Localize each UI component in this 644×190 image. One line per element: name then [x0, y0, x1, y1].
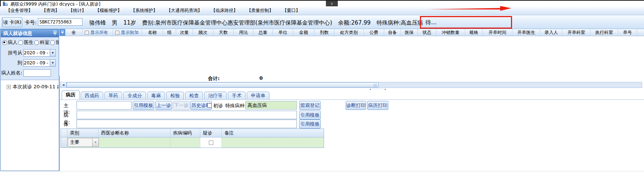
category-dropdown[interactable]: 主要 ∨: [68, 138, 99, 147]
order-column-header[interactable]: 医保: [401, 29, 418, 36]
radio-doctor[interactable]: 医生: [18, 39, 33, 46]
tab-全成分[interactable]: 全成分: [123, 92, 146, 99]
reg-from-dropdown-icon[interactable]: ▼: [50, 49, 56, 57]
tree-item-current-visit[interactable]: + 本次就诊 20-09-11 内: [1, 83, 59, 90]
order-column-header[interactable]: 处方类别: [334, 29, 364, 36]
suspected-checkbox[interactable]: [209, 140, 213, 145]
order-column-header[interactable]: 冲销数量: [436, 29, 465, 36]
row-selector[interactable]: [61, 137, 67, 148]
horizontal-scrollbar[interactable]: ◀: [60, 82, 642, 88]
order-column-header[interactable]: 单位: [273, 29, 293, 36]
application-window: 易联众(9999 内科门诊) dcyycs - [病人就诊] ∨ 【业务管理】【…: [0, 0, 644, 190]
scrollbar-thumb[interactable]: [67, 82, 379, 88]
cite-template-button[interactable]: 引用模板: [133, 101, 154, 110]
status-highlight-box: 待…: [420, 16, 512, 29]
read-card-button[interactable]: 读 卡(R): [2, 17, 22, 27]
tab-草药[interactable]: 草药: [104, 92, 122, 99]
menu-item[interactable]: 【系统维护】: [131, 7, 158, 14]
tab-手术[interactable]: 手术: [228, 92, 246, 99]
patient-name-label: 病人姓名:: [1, 70, 22, 76]
header-pin-cell[interactable]: [59, 29, 65, 36]
order-column-header[interactable]: 次量: [176, 29, 193, 36]
special-disease-field: 高血压病: [245, 101, 297, 110]
order-column-header[interactable]: 开单医生: [512, 29, 540, 36]
menu-item[interactable]: 【质量控制】: [247, 7, 274, 14]
order-column-header[interactable]: 开单时间: [483, 29, 512, 36]
menu-item[interactable]: 【窗口】: [282, 7, 300, 14]
radio-department[interactable]: 科室: [34, 39, 49, 46]
order-column-header[interactable]: 总量: [253, 29, 273, 36]
order-column-header[interactable]: 频次: [193, 29, 213, 36]
signs-input[interactable]: [77, 120, 297, 128]
scrollbar-grip: [374, 84, 377, 87]
tab-申请单[interactable]: 申请单: [247, 92, 269, 99]
menu-item[interactable]: 【模板维护】: [95, 7, 122, 14]
radio-observe[interactable]: 留: [50, 39, 59, 46]
radio-dot: [18, 40, 23, 45]
order-column-header[interactable]: 天数: [213, 29, 234, 36]
diagnosis-row[interactable]: 主要 ∨: [61, 137, 324, 148]
show-extra-checkbox-cell[interactable]: 显示附加: [113, 29, 142, 36]
tab-检验[interactable]: 检验: [166, 92, 184, 99]
diagnosis-table-header: 类别西医诊断名称疾病编码疑诊备注: [61, 129, 324, 137]
tab-病历[interactable]: 病历: [62, 90, 80, 99]
order-column-header[interactable]: 名称: [142, 29, 163, 36]
order-column-header[interactable]: 公费: [364, 29, 384, 36]
chevron-down-icon[interactable]: ∨: [326, 1, 338, 7]
window-bottom-edge: [0, 171, 644, 171]
reg-from-date[interactable]: 2020 - 09 - 04: [23, 49, 50, 57]
scroll-left-arrow-icon[interactable]: ◀: [61, 82, 67, 88]
history-input[interactable]: [77, 111, 297, 119]
order-column-header[interactable]: 单号: [618, 29, 637, 36]
show-all-checkbox-cell[interactable]: 显示所有: [82, 29, 113, 36]
order-column-header[interactable]: 用法: [234, 29, 253, 36]
order-column-header[interactable]: 自备: [384, 29, 401, 36]
order-column-header[interactable]: 开单科室: [563, 29, 590, 36]
reg-to-date[interactable]: 2020 - 09 - 11: [23, 59, 50, 67]
prev-visit-button[interactable]: 上一诊: [155, 101, 172, 110]
radio-dot: [50, 40, 55, 45]
diagnosis-column-header: 备注: [222, 129, 324, 137]
suspected-cell[interactable]: [200, 137, 222, 148]
first-visit-checkbox[interactable]: [207, 103, 212, 108]
tree-expander-icon[interactable]: +: [7, 85, 11, 89]
pane-splitter-handle[interactable]: ▴ ········· ▴: [357, 88, 398, 91]
disease-code-cell[interactable]: [171, 137, 200, 148]
reg-to-dropdown-icon[interactable]: ▼: [50, 59, 56, 67]
column-select-all[interactable]: 全: [65, 29, 82, 36]
tab-治疗等[interactable]: 治疗等: [204, 92, 227, 99]
menu-item[interactable]: 【大通用药查询】: [166, 7, 202, 14]
order-column-header[interactable]: 组: [163, 29, 176, 36]
menu-item[interactable]: 【临床路径】: [211, 7, 238, 14]
menu-item[interactable]: 【业务管理】: [6, 7, 33, 14]
order-column-header[interactable]: 规格: [465, 29, 483, 36]
tab-毒麻[interactable]: 毒麻: [147, 92, 165, 99]
tab-检查[interactable]: 检查: [185, 92, 203, 99]
western-diagnosis-cell[interactable]: [98, 137, 171, 148]
patient-name-input[interactable]: [23, 69, 51, 77]
dropdown-chevron-icon[interactable]: ∨: [92, 138, 98, 146]
observation-register-button[interactable]: 留观登记: [299, 101, 321, 110]
patient-info: 骆伟锋 男 11岁 费别:泉州市医疗保障基金管理中心惠安管理部(泉州市医疗保障基…: [89, 19, 423, 26]
diagnosis-print-button[interactable]: 诊断打印: [346, 101, 366, 110]
order-column-header[interactable]: 录入人: [540, 29, 563, 36]
menu-item[interactable]: 【查询】: [42, 7, 59, 14]
patient-name: 骆伟锋: [89, 19, 106, 26]
chief-complaint-input[interactable]: [77, 101, 132, 110]
radio-patient[interactable]: 病人: [2, 39, 17, 46]
tab-西成药[interactable]: 西成药: [81, 92, 103, 99]
pin-icon[interactable]: [53, 31, 57, 36]
order-column-header[interactable]: 剂数: [314, 29, 334, 36]
order-column-header[interactable]: 执行科室: [590, 29, 618, 36]
cite-template-button[interactable]: 引用模板: [299, 111, 321, 120]
card-no-input[interactable]: [38, 18, 82, 26]
cite-template-button[interactable]: 引用模板: [299, 120, 321, 129]
order-column-header[interactable]: 金额: [293, 29, 314, 36]
remark-cell[interactable]: [222, 137, 324, 148]
order-column-header[interactable]: 状态: [418, 29, 436, 36]
emr-print-button[interactable]: 病历打印: [367, 101, 388, 110]
show-all-checkbox[interactable]: [85, 31, 89, 35]
show-extra-checkbox[interactable]: [115, 31, 119, 35]
patient-visit-sidebar: 病人就诊信息 病人 医生 科室: [0, 29, 59, 171]
menu-item[interactable]: 【统计】: [68, 7, 86, 14]
